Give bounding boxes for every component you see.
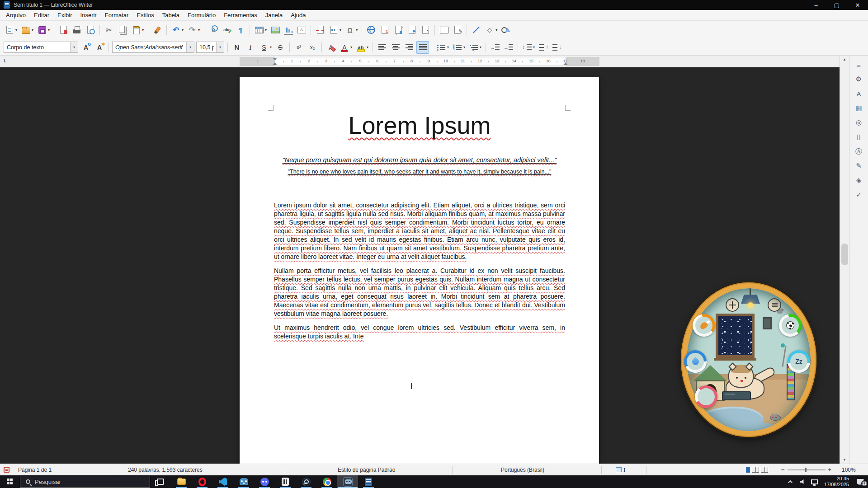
sidebar-gallery[interactable]: ▦ (852, 102, 866, 114)
new-document[interactable]: ▾ (3, 23, 19, 36)
insert-field[interactable]: ▾ (327, 23, 343, 36)
find-and-replace[interactable]: a (207, 23, 220, 36)
menu-editar[interactable]: Editar (30, 10, 53, 21)
underline[interactable]: S▾ (258, 41, 273, 54)
sidebar-style-inspector[interactable]: Ⓐ (852, 145, 866, 158)
insert-special-character[interactable]: Ω▾ (344, 23, 359, 36)
taskbar-search[interactable]: Pesquisar (20, 476, 150, 488)
update-style[interactable]: A (80, 41, 92, 54)
pet-menu-button[interactable] (768, 298, 781, 312)
page-number-status[interactable]: Página 1 de 1 (18, 464, 52, 475)
vertical-scrollbar[interactable]: ▲ ▼ (840, 56, 849, 464)
bold[interactable]: N (231, 41, 243, 54)
paragraph-style-combo-dropdown[interactable]: ▾ (70, 42, 78, 52)
taskbar-task-view[interactable] (150, 475, 171, 488)
book-view-button[interactable] (761, 467, 768, 473)
latin-quote[interactable]: "Neque porro quisquam est qui dolorem ip… (274, 156, 565, 164)
move-widget-button[interactable] (726, 298, 739, 312)
pet-stat-hygiene[interactable] (695, 385, 717, 408)
line-spacing-dropdown[interactable]: ▾ (533, 45, 535, 49)
paragraph-style-combo[interactable]: Corpo de texto▾ (4, 42, 78, 53)
close-button[interactable]: ✕ (847, 0, 868, 10)
basic-shapes[interactable]: ◇▾ (483, 23, 499, 36)
start-button[interactable] (0, 475, 20, 488)
sidebar-manage-changes[interactable]: ✎ (852, 160, 866, 172)
unordered-list[interactable]: ▾ (435, 41, 450, 54)
maximize-button[interactable]: ▢ (826, 0, 847, 10)
minimize-button[interactable]: – (806, 0, 826, 10)
sidebar-navigator[interactable]: ◎ (852, 116, 866, 129)
decrease-indent[interactable] (502, 41, 515, 54)
strikethrough[interactable]: S (274, 41, 287, 54)
document-page[interactable]: Lorem Ipsum "Neque porro quisquam est qu… (240, 77, 599, 464)
justify[interactable] (416, 41, 429, 54)
new-style[interactable]: A (93, 41, 106, 54)
scroll-up-arrow[interactable]: ▲ (840, 56, 849, 63)
menu-tabela[interactable]: Tabela (158, 10, 184, 21)
insert-text-box[interactable] (295, 23, 308, 36)
align-right[interactable] (403, 41, 415, 54)
language-status[interactable]: Português (Brasil) (501, 464, 544, 475)
taskbar-clock[interactable]: 20:45 17/08/2025 (821, 476, 853, 488)
left-indent-marker[interactable] (273, 62, 277, 65)
zoom-slider-thumb[interactable] (805, 468, 807, 472)
ordered-list-dropdown[interactable]: ▾ (463, 45, 465, 49)
font-size-combo-dropdown[interactable]: ▾ (216, 42, 224, 52)
single-page-view-button[interactable] (746, 467, 750, 473)
pet-stat-sleep[interactable]: Zz (788, 350, 810, 373)
print-preview[interactable] (84, 23, 97, 36)
increase-indent[interactable] (489, 41, 501, 54)
sidebar-accessibility-check[interactable]: ✓ (852, 188, 866, 201)
menu-formulário[interactable]: Formulário (184, 10, 220, 21)
taskbar-pet-game[interactable] (337, 475, 358, 488)
insert-special-character-dropdown[interactable]: ▾ (356, 28, 358, 32)
insert-cross-reference[interactable] (419, 23, 432, 36)
action-center-button[interactable]: 11 (853, 475, 868, 488)
new-document-dropdown[interactable]: ▾ (15, 28, 17, 32)
decrease-paragraph-spacing[interactable] (551, 41, 563, 54)
taskbar-file-explorer[interactable] (171, 475, 192, 488)
pet-stat-play[interactable] (779, 314, 802, 337)
document-title[interactable]: Lorem Ipsum (274, 111, 565, 139)
taskbar-libreoffice-writer[interactable] (358, 475, 379, 488)
insert-comment[interactable] (438, 23, 450, 36)
taskbar-notes-app[interactable] (275, 475, 296, 488)
zoom-out-button[interactable]: − (781, 466, 785, 473)
insert-bookmark[interactable] (406, 23, 418, 36)
taskbar-discord[interactable] (254, 475, 275, 488)
sidebar-sidebar-settings[interactable]: ≡ (852, 58, 866, 71)
underline-dropdown[interactable]: ▾ (270, 45, 272, 49)
superscript[interactable]: x² (292, 41, 305, 54)
menu-inserir[interactable]: Inserir (76, 10, 101, 21)
increase-paragraph-spacing[interactable] (537, 41, 550, 54)
menu-janela[interactable]: Janela (261, 10, 287, 21)
undo[interactable]: ↶▾ (170, 23, 185, 36)
formatting-marks[interactable]: ¶ (234, 23, 247, 36)
clear-formatting[interactable]: A (325, 41, 337, 54)
spelling[interactable]: abç (221, 23, 233, 36)
page-style-status[interactable]: Estilo de página Padrão (338, 464, 395, 475)
insert-table[interactable]: ▾ (253, 23, 268, 36)
body-text[interactable]: Lorem ipsum dolor sit amet, consectetur … (274, 201, 565, 341)
cut[interactable]: ✂ (103, 23, 115, 36)
insert-table-dropdown[interactable]: ▾ (265, 28, 267, 32)
first-line-indent-marker[interactable] (273, 58, 277, 61)
menu-exibir[interactable]: Exibir (53, 10, 76, 21)
pet-stat-food[interactable] (693, 314, 715, 337)
selection-mode[interactable]: I (616, 464, 625, 475)
font-name-combo-dropdown[interactable]: ▾ (186, 42, 194, 52)
english-quote[interactable]: "There is no one who loves pain itself, … (274, 169, 565, 175)
horizontal-ruler[interactable]: 1123456789101112131415161718 (240, 57, 599, 66)
outline-list[interactable]: ▾ (467, 41, 483, 54)
menu-ajuda[interactable]: Ajuda (287, 10, 310, 21)
open-dropdown[interactable]: ▾ (32, 28, 33, 32)
save[interactable]: ▾ (36, 23, 51, 36)
track-changes[interactable] (451, 23, 464, 36)
align-left[interactable] (376, 41, 388, 54)
network-button[interactable] (809, 475, 821, 488)
show-draw-functions[interactable] (500, 23, 512, 36)
taskbar-opera[interactable] (192, 475, 212, 488)
insert-page-break[interactable] (314, 23, 326, 36)
italic[interactable]: I (244, 41, 257, 54)
align-center[interactable] (389, 41, 402, 54)
